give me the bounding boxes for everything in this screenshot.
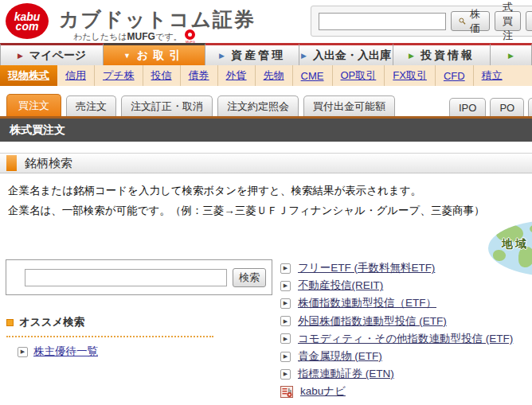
subnav-genbutsu[interactable]: 現物株式 bbox=[0, 65, 57, 86]
section-header: 銘柄検索 bbox=[0, 153, 532, 173]
list-item: ▶ 不動産投信(REIT) bbox=[280, 277, 513, 294]
arrow-down-icon: ▼ bbox=[123, 52, 131, 60]
foreign-index-etf-link[interactable]: 外国株価指数連動型投信 (ETF) bbox=[298, 314, 447, 329]
search-description: 企業名または銘柄コードを入力して検索ボタンを押すと、検索結果が表示されます。 企… bbox=[8, 181, 484, 220]
subnav-cme[interactable]: CME bbox=[293, 65, 333, 86]
tab-order-execution[interactable]: 注文約定照会 bbox=[217, 95, 299, 116]
search-button[interactable]: 検索 bbox=[233, 268, 266, 287]
index-etf-link[interactable]: 株価指数連動型投信（ETF） bbox=[298, 296, 436, 310]
nav-clipped-item[interactable]: ▶ bbox=[491, 43, 532, 65]
nav-deposit-label: 入出金・入出庫 bbox=[313, 49, 391, 63]
tab-sell-order[interactable]: 売注文 bbox=[66, 95, 116, 116]
arrow-right-icon: ▶ bbox=[280, 369, 291, 380]
subnav-toushin[interactable]: 投信 bbox=[143, 65, 181, 86]
kabu-com-logo[interactable]: kabu com bbox=[6, 3, 49, 39]
tagline-brand: MUFG bbox=[127, 31, 155, 42]
arrow-right-icon: ▶ bbox=[280, 298, 291, 309]
clipped-header-button[interactable] bbox=[526, 11, 532, 31]
etf-link-list: ▶ フリーETF (手数料無料ETF) ▶ 不動産投信(REIT) ▶ 株価指数… bbox=[280, 259, 513, 401]
tab-po[interactable]: PO bbox=[490, 98, 524, 116]
kabu-navi-icon bbox=[280, 386, 293, 398]
nav-invest-info-label: 投資情報 bbox=[421, 49, 475, 63]
subnav-cfd[interactable]: CFD bbox=[436, 65, 474, 86]
issue-search-input[interactable] bbox=[25, 269, 227, 286]
arrow-right-icon: ▶ bbox=[280, 316, 291, 326]
nav-assets[interactable]: ▶ 資産管理 bbox=[205, 43, 299, 65]
tab-to-clipped[interactable]: TO bbox=[528, 98, 532, 116]
arrow-right-icon: ▶ bbox=[280, 352, 291, 362]
subnav-fx[interactable]: FX取引 bbox=[385, 65, 436, 86]
tab-ipo[interactable]: IPO bbox=[449, 98, 486, 116]
desc-line-2: 企業名は、一部検索が可能です。（例：三菱→三菱ＵＦＪフィナンシャル・グループ、三… bbox=[8, 201, 484, 220]
nav-mypage[interactable]: ▶ マイページ bbox=[0, 43, 104, 65]
subnav-shinyo[interactable]: 信用 bbox=[57, 65, 95, 86]
globe-label: 地域 bbox=[502, 237, 529, 251]
header: kabu com カブドットコム証券 わたしたちはMUFGです。 MUFG 株価… bbox=[0, 0, 532, 42]
issue-search-panel: 検索 bbox=[6, 259, 272, 295]
free-etf-link[interactable]: フリーETF (手数料無料ETF) bbox=[298, 261, 435, 275]
nav-deposit[interactable]: ▶ 入出金・入出庫 bbox=[299, 43, 393, 65]
etn-link[interactable]: 指標連動証券 (ETN) bbox=[298, 367, 394, 381]
mufg-circle-icon bbox=[185, 29, 195, 40]
nav-invest-info[interactable]: ▶ 投資情報 bbox=[393, 43, 491, 65]
search-button-label: 検索 bbox=[239, 271, 260, 285]
section-heading: 銘柄検索 bbox=[25, 156, 72, 171]
shareholder-benefit-link[interactable]: 株主優待一覧 bbox=[33, 345, 98, 359]
logo-text-bottom: com bbox=[16, 21, 39, 31]
product-subnav: 現物株式 信用 プチ株 投信 債券 外貨 先物 CME OP取引 FX取引 CF… bbox=[0, 65, 532, 86]
list-item: ▶ 株価指数連動型投信（ETF） bbox=[280, 294, 513, 312]
arrow-right-icon: ▶ bbox=[409, 52, 414, 60]
list-item: ▶ 外国株価指数連動型投信 (ETF) bbox=[280, 313, 513, 330]
list-item: kabuナビ bbox=[280, 383, 513, 400]
stock-price-label: 株価 bbox=[468, 7, 482, 36]
order-tabs: 買注文 売注文 注文訂正・取消 注文約定照会 買付出金可能額 IPO PO TO bbox=[0, 96, 532, 119]
subnav-petit[interactable]: プチ株 bbox=[95, 65, 143, 86]
list-item: ▶ 指標連動証券 (ETN) bbox=[280, 365, 513, 383]
precious-metal-etf-link[interactable]: 貴金属現物 (ETF) bbox=[298, 349, 382, 364]
reit-link[interactable]: 不動産投信(REIT) bbox=[298, 278, 383, 293]
list-item: ▶ フリーETF (手数料無料ETF) bbox=[280, 259, 513, 277]
stock-buy-order-button[interactable]: 株式買注文 bbox=[495, 11, 521, 31]
global-nav: ▶ マイページ ▼ お取引 ▶ 資産管理 ▶ 入出金・入出庫 ▶ 投資情報 ▶ bbox=[0, 43, 532, 65]
arrow-right-icon: ▶ bbox=[219, 52, 225, 60]
arrow-right-icon: ▶ bbox=[18, 52, 23, 60]
mufg-logo: MUFG bbox=[185, 29, 195, 44]
tagline-post: です。 bbox=[155, 31, 182, 43]
arrow-right-icon: ▶ bbox=[280, 281, 291, 291]
tab-withdrawable-amount[interactable]: 買付出金可能額 bbox=[303, 95, 395, 116]
list-item: ▶ 貴金属現物 (ETF) bbox=[280, 348, 513, 365]
arrow-right-icon: ▶ bbox=[280, 263, 291, 274]
quick-order-box: 株価 株式買注文 bbox=[311, 6, 532, 37]
arrow-right-icon: ▶ bbox=[280, 333, 291, 344]
subnav-saiken[interactable]: 債券 bbox=[181, 65, 218, 86]
stock-price-button[interactable]: 株価 bbox=[451, 11, 490, 31]
orange-square-icon bbox=[6, 155, 17, 171]
tagline-pre: わたしたちは bbox=[73, 31, 127, 43]
shareholder-benefit-row: ▶ 株主優待一覧 bbox=[18, 345, 213, 359]
subnav-op[interactable]: OP取引 bbox=[333, 65, 385, 86]
list-item: ▶ コモディティ・その他指数連動型投信 (ETF) bbox=[280, 330, 513, 348]
recommend-section: オススメ検索 ▶ 株主優待一覧 bbox=[6, 315, 213, 359]
nav-mypage-label: マイページ bbox=[29, 49, 86, 63]
brand-tagline: わたしたちはMUFGです。 MUFG bbox=[73, 29, 195, 44]
arrow-right-icon: ▶ bbox=[18, 347, 28, 357]
search-icon bbox=[459, 16, 466, 26]
subnav-sakimono[interactable]: 先物 bbox=[256, 65, 293, 86]
recommend-heading-row: オススメ検索 bbox=[6, 315, 213, 337]
tab-order-correct-cancel[interactable]: 注文訂正・取消 bbox=[121, 95, 213, 116]
orange-bullet-icon bbox=[6, 319, 14, 326]
arrow-right-icon: ▶ bbox=[301, 52, 307, 60]
symbol-search-input[interactable] bbox=[319, 13, 446, 30]
subnav-gaika[interactable]: 外貨 bbox=[218, 65, 256, 86]
nav-trade[interactable]: ▼ お取引 bbox=[104, 43, 205, 65]
tab-buy-order[interactable]: 買注文 bbox=[6, 94, 61, 116]
recommend-heading: オススメ検索 bbox=[19, 315, 84, 329]
nav-trade-label: お取引 bbox=[137, 49, 185, 63]
commodity-etf-link[interactable]: コモディティ・その他指数連動型投信 (ETF) bbox=[298, 332, 513, 346]
kabu-navi-link[interactable]: kabuナビ bbox=[300, 384, 346, 399]
page-title: 株式買注文 bbox=[0, 119, 532, 142]
nav-assets-label: 資産管理 bbox=[231, 49, 285, 63]
arrow-right-icon: ▶ bbox=[508, 52, 514, 60]
desc-line-1: 企業名または銘柄コードを入力して検索ボタンを押すと、検索結果が表示されます。 bbox=[8, 181, 484, 201]
subnav-tsumitate[interactable]: 積立 bbox=[474, 65, 510, 86]
